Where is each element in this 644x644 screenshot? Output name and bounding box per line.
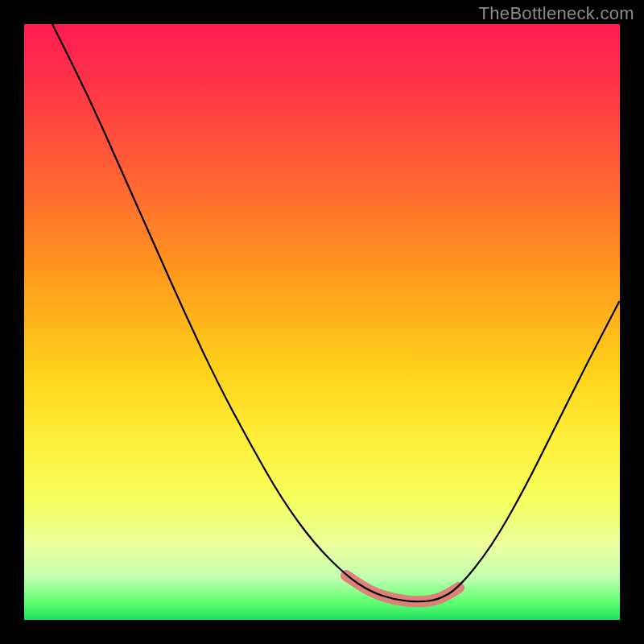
chart-frame: TheBottleneck.com — [0, 0, 644, 644]
curve-svg — [24, 24, 620, 620]
plot-area — [24, 24, 620, 620]
watermark-text: TheBottleneck.com — [479, 3, 634, 24]
bottleneck-curve — [52, 24, 619, 601]
